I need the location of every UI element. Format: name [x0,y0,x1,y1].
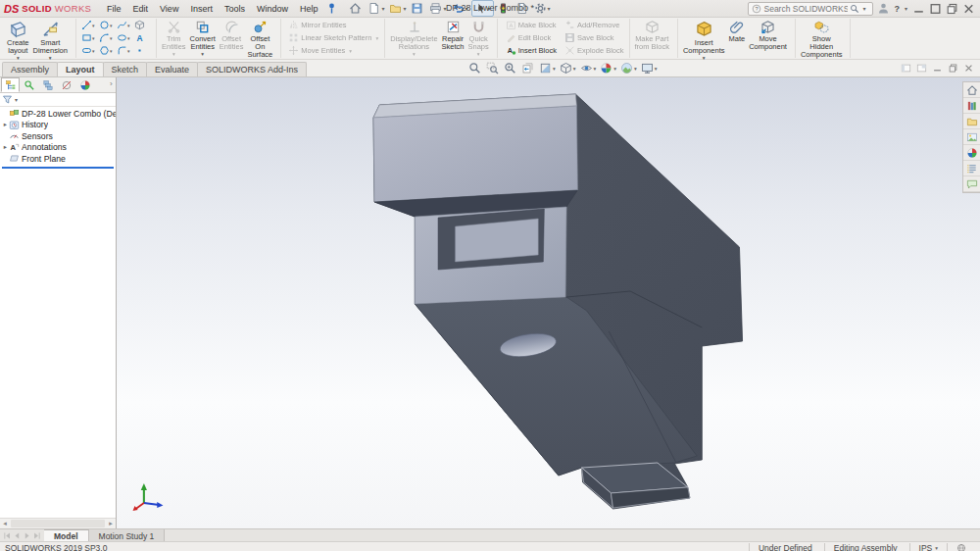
sketch-tool-button[interactable]: ▾ [98,31,116,44]
feature-tree-item[interactable]: Front Plane [0,153,116,165]
ribbon-button[interactable]: Display/Delete Relations ▾ [388,19,439,59]
model-slot-floor[interactable] [456,219,539,262]
view-toolbar-button[interactable] [467,62,483,75]
ribbon-button[interactable]: Move Component [747,19,789,59]
menu-item[interactable]: View [155,2,183,16]
task-pane-button[interactable] [963,176,980,192]
sketch-tool-button[interactable]: ▾ [80,44,98,57]
ribbon-stack-button[interactable]: Save Block [563,31,626,44]
expand-arrow-icon[interactable]: ▸ [2,143,9,151]
search-icon[interactable] [850,4,859,14]
document-window-button[interactable] [948,63,958,74]
menu-item[interactable]: Edit [128,2,154,16]
task-pane-button[interactable] [963,114,980,129]
document-window-button[interactable] [963,63,974,74]
status-globe[interactable] [947,543,975,551]
task-pane-button[interactable] [963,82,980,98]
view-toolbar-button[interactable]: ▾ [619,62,638,75]
panel-tab[interactable] [20,77,38,92]
study-tab[interactable]: Model [44,529,89,541]
sketch-tool-button[interactable]: ▾ [80,31,98,44]
ribbon-button[interactable]: Create layout ▾ [5,19,31,59]
ribbon-stack-button[interactable]: Linear Sketch Pattern ▾ [286,31,380,44]
feature-tree-item[interactable]: ▸ A Annotations [0,142,116,154]
document-window-button[interactable] [932,63,943,74]
panel-tab[interactable] [57,77,75,92]
view-toolbar-button[interactable]: ▾ [559,62,577,75]
feature-tree-item[interactable]: Sensors [0,130,116,142]
ribbon-stack-button[interactable]: Add/Remove [563,19,626,31]
panel-horizontal-scrollbar[interactable]: ◂ ▸ [0,518,116,528]
minimize-button[interactable] [911,2,926,16]
feature-tree-item[interactable]: DP-28 Lower Combo (Default<Displa [0,108,116,120]
maximize-button[interactable] [928,2,943,16]
ribbon-stack-button[interactable]: Explode Block [563,44,626,57]
scroll-right-icon[interactable]: ▸ [106,520,116,527]
command-tab[interactable]: Layout [57,62,104,76]
ribbon-stack-button[interactable]: A Insert Block [504,44,559,57]
panel-tab[interactable] [38,77,57,92]
ribbon-button[interactable]: Smart Dimension ▾ [31,19,70,59]
model-front-face[interactable] [373,106,577,202]
tab-nav-icon[interactable] [32,531,41,540]
graphics-viewport[interactable] [117,77,980,528]
help-button[interactable]: ? [894,4,900,14]
tab-nav-icon[interactable] [13,531,22,540]
ribbon-button[interactable]: Quick Snaps ▾ [466,19,491,59]
view-toolbar-button[interactable] [503,62,518,75]
view-toolbar-button[interactable]: ▾ [579,62,598,75]
quick-access-button[interactable]: ▾ [532,1,553,16]
help-caret-icon[interactable]: ▾ [905,5,907,12]
command-tab[interactable]: SOLIDWORKS Add-Ins [197,62,307,76]
document-window-button[interactable] [901,63,911,74]
quick-access-button[interactable] [347,1,365,16]
scroll-track[interactable] [11,520,105,527]
ribbon-stack-button[interactable]: A Make Block [504,19,559,31]
ribbon-button[interactable]: Make Part from Block [633,19,671,59]
sketch-tool-button[interactable]: ▾ [98,19,116,31]
sketch-tool-button[interactable] [133,19,151,31]
quick-access-button[interactable]: ▾ [387,1,408,16]
panel-tab[interactable] [1,77,20,92]
filter-funnel-icon[interactable] [2,94,13,105]
sketch-tool-button[interactable]: A [133,31,151,44]
ribbon-button[interactable]: Convert Entities ▾ [188,19,218,59]
restore-button[interactable] [945,2,959,16]
feature-tree-item[interactable]: ▸ History [0,120,116,131]
status-segment[interactable]: IPS▾ [909,543,947,551]
sketch-tool-button[interactable]: ▾ [116,31,133,44]
task-pane-button[interactable] [963,145,980,161]
task-pane-button[interactable] [963,98,980,114]
panel-tab[interactable] [75,77,94,92]
scroll-left-icon[interactable]: ◂ [0,520,10,527]
command-tab[interactable]: Assembly [2,62,58,76]
search-caret-icon[interactable]: ▾ [862,5,865,12]
ribbon-stack-button[interactable]: Move Entities ▾ [286,44,380,57]
ribbon-button[interactable]: Insert Components ▾ [681,19,727,59]
view-toolbar-button[interactable] [520,62,536,75]
task-pane-button[interactable] [963,129,980,145]
tab-nav-icon[interactable] [3,531,12,540]
ribbon-button[interactable]: Offset On Surface [245,19,274,59]
view-toolbar-button[interactable] [485,62,501,75]
ribbon-button[interactable]: Trim Entities ▾ [160,19,188,59]
help-search[interactable]: ? ▾ [748,2,873,16]
menu-item[interactable]: Tools [220,2,250,16]
ribbon-stack-button[interactable]: Mirror Entities [286,19,380,31]
sketch-tool-button[interactable]: ▾ [116,44,133,57]
menu-item[interactable]: File [102,2,126,16]
quick-access-button[interactable] [409,1,426,16]
sketch-tool-button[interactable]: ▾ [80,19,98,31]
search-input[interactable] [763,4,848,14]
ribbon-button[interactable]: Show Hidden Components [799,19,845,59]
tab-nav-icon[interactable] [23,531,31,540]
menu-item[interactable]: Help [295,2,323,16]
ribbon-button[interactable]: Repair Sketch [440,19,466,59]
sketch-tool-button[interactable] [133,44,151,57]
menu-item[interactable]: Window [252,2,293,16]
document-window-button[interactable] [916,63,927,74]
view-toolbar-button[interactable]: ▾ [538,62,557,75]
sketch-tool-button[interactable]: ▾ [98,44,116,57]
filter-caret-icon[interactable]: ▾ [15,96,18,103]
ribbon-stack-button[interactable]: Edit Block [504,31,559,44]
